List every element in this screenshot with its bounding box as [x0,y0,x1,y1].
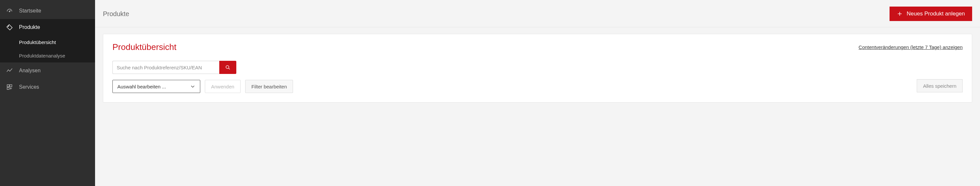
content-changes-link[interactable]: Contentveränderungen (letzte 7 Tage) anz… [859,44,963,50]
toolbar-left: Auswahl bearbeiten ... Anwenden Filter b… [113,61,293,93]
sidebar: Startseite Produkte Produktübersicht Pro… [0,0,95,186]
sidebar-subitem-label: Produktübersicht [19,39,56,45]
svg-line-11 [228,68,230,69]
main-content: Produkte Neues Produkt anlegen Produktüb… [95,0,980,186]
save-all-button-label: Alles speichern [923,83,956,89]
sidebar-subitem-label: Produktdatenanalyse [19,53,65,58]
sidebar-submenu-produkte: Produktübersicht Produktdatenanalyse [0,35,95,63]
edit-filter-button[interactable]: Filter bearbeiten [245,80,293,93]
panel-header: Produktübersicht Contentveränderungen (l… [113,42,963,52]
search-button[interactable] [219,61,236,74]
sidebar-item-label: Produkte [19,24,40,30]
services-icon [6,83,13,91]
plus-icon [897,11,903,17]
dashboard-icon [6,7,13,14]
toolbar-right: Alles speichern [917,61,963,92]
page-title: Produkte [103,10,129,18]
new-product-button[interactable]: Neues Produkt anlegen [889,6,972,21]
sidebar-subitem-produktdatenanalyse[interactable]: Produktdatenanalyse [0,49,95,63]
search-icon [225,64,231,71]
sidebar-item-startseite[interactable]: Startseite [0,3,95,19]
sidebar-item-analysen[interactable]: Analysen [0,63,95,79]
page-header: Produkte Neues Produkt anlegen [95,0,980,27]
search-input[interactable] [113,61,219,74]
bulk-action-select[interactable]: Auswahl bearbeiten ... [113,80,200,93]
chevron-down-icon [190,84,195,89]
svg-rect-5 [7,87,9,90]
svg-rect-4 [10,85,12,87]
apply-button-label: Anwenden [211,84,234,90]
tag-icon [6,24,13,31]
sidebar-item-services[interactable]: Services [0,79,95,95]
panel-title: Produktübersicht [113,42,177,52]
sidebar-item-produkte[interactable]: Produkte [0,19,95,35]
sidebar-item-label: Analysen [19,68,41,74]
save-all-button[interactable]: Alles speichern [917,79,963,92]
bulk-action-select-label: Auswahl bearbeiten ... [117,84,166,90]
toolbar: Auswahl bearbeiten ... Anwenden Filter b… [113,61,963,93]
product-overview-panel: Produktübersicht Contentveränderungen (l… [103,34,972,103]
svg-rect-3 [7,85,9,87]
svg-point-10 [226,66,229,68]
sidebar-item-label: Startseite [19,8,41,14]
apply-button[interactable]: Anwenden [205,80,240,93]
analytics-icon [6,67,13,74]
action-row: Auswahl bearbeiten ... Anwenden Filter b… [113,80,293,93]
new-product-button-label: Neues Produkt anlegen [907,11,965,17]
svg-point-2 [8,26,9,27]
sidebar-item-label: Services [19,84,39,90]
search-row [113,61,293,74]
sidebar-subitem-produktuebersicht[interactable]: Produktübersicht [0,35,95,49]
edit-filter-button-label: Filter bearbeiten [251,84,287,90]
